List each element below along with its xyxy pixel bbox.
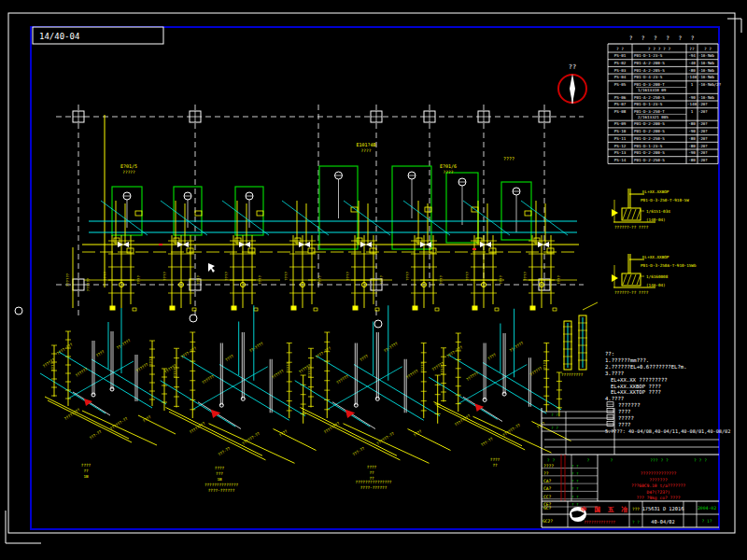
titleblock-sign: ? ? bbox=[571, 471, 579, 476]
rect bbox=[291, 306, 296, 310]
cell-qty: -80 bbox=[688, 144, 696, 148]
detail-elev-label: EL+XX.XXBOP bbox=[642, 189, 669, 194]
line bbox=[448, 355, 546, 413]
line bbox=[637, 209, 641, 219]
note-line: 2.??????EL+0.6???????EL?m. bbox=[605, 364, 687, 370]
line bbox=[632, 209, 636, 219]
table-title: ? ? ? ? ? ? bbox=[629, 35, 698, 41]
note-line: ???? bbox=[618, 422, 630, 427]
cell-no: PS-01 bbox=[614, 53, 627, 58]
line bbox=[161, 381, 236, 427]
cell-no: PS-11 bbox=[614, 136, 627, 141]
cell-class: -10-5Wb bbox=[698, 95, 714, 100]
valve-icon bbox=[245, 242, 250, 247]
line bbox=[182, 356, 289, 420]
iso-pipe-label: ???-?? bbox=[352, 445, 366, 456]
rect bbox=[472, 306, 477, 310]
iso-pipe-label: ???-?? bbox=[218, 445, 232, 456]
doc-no: 175631 D 12016 bbox=[642, 506, 684, 511]
table-row: PS-02P01-A-2-200-S-40-10-5Wb bbox=[614, 61, 715, 65]
iso-pipe-label: ??-???? bbox=[383, 341, 399, 354]
line bbox=[403, 201, 450, 235]
column-grid bbox=[15, 105, 584, 328]
pipe-tag: ???? bbox=[465, 272, 470, 281]
iso-pipe-label: ??????-?? bbox=[375, 430, 395, 445]
detail-caption: ??????-?? ???? bbox=[614, 290, 649, 295]
iso-pipe-label: ??-???? bbox=[509, 340, 525, 353]
note-line: 5.????: 40-04/08,40-04/11,40-08/01,40-08… bbox=[605, 428, 730, 434]
iso-pipe-label: ?????? bbox=[529, 365, 543, 376]
cell-qty: -94 bbox=[688, 53, 696, 58]
sheet-no: 40-04/02 bbox=[651, 519, 675, 525]
valve-icon bbox=[366, 242, 372, 247]
cell-spec: P01-D-3-250-T bbox=[634, 109, 665, 114]
line bbox=[344, 201, 390, 235]
cell-spec: P01-D-2-200-S bbox=[634, 129, 665, 133]
pipe-tag: ???? bbox=[162, 272, 167, 281]
plan-piping-cluster: ???????? bbox=[282, 201, 329, 311]
valve-icon bbox=[538, 242, 543, 247]
cell-qty: -80 bbox=[688, 136, 696, 141]
line bbox=[209, 424, 295, 464]
project-title-line: ??? ?9kg co? ???? bbox=[636, 496, 680, 500]
line bbox=[161, 201, 207, 235]
titleblock-row-label: CC? bbox=[543, 495, 552, 499]
titleblock-row-label: GC2? bbox=[543, 519, 553, 524]
line bbox=[583, 302, 598, 310]
cell-class: -10-5Wb bbox=[698, 68, 714, 73]
line bbox=[623, 209, 627, 219]
table-row: PS-12P01-D-1-23-S-80-20? bbox=[614, 144, 709, 148]
line bbox=[429, 377, 498, 419]
table-row: PS-08P01-D-3-250-T2/1613321 0051-20? bbox=[614, 109, 709, 119]
cell-qty: -90 bbox=[688, 129, 696, 133]
cell-spec: P01-A-2-205-S bbox=[634, 68, 665, 73]
project-title-line: D4?(?23?) bbox=[647, 490, 670, 495]
line bbox=[219, 365, 305, 416]
iso-pipe-label: ?????? bbox=[335, 373, 349, 385]
equipment-label: ???? bbox=[444, 170, 454, 175]
rect bbox=[476, 238, 482, 243]
cell-qty: 1 bbox=[691, 109, 694, 114]
table-row: PS-13P01-D-2-200-S-90-20? bbox=[614, 150, 709, 155]
pipe-tag: ???? bbox=[439, 275, 444, 285]
valve-icon bbox=[360, 242, 366, 247]
note-line: 1.??????mm???. bbox=[605, 357, 649, 363]
rect bbox=[472, 248, 476, 250]
rect bbox=[257, 211, 263, 216]
table-row: PS-10P01-D-2-200-S-90-20? bbox=[614, 129, 709, 133]
riser-caption: ????????? bbox=[561, 372, 584, 377]
cell-class: -20? bbox=[698, 136, 708, 141]
valve-icon bbox=[123, 242, 129, 247]
line bbox=[483, 363, 561, 410]
line bbox=[282, 201, 329, 235]
rect bbox=[351, 207, 358, 212]
line bbox=[192, 367, 268, 410]
circle bbox=[15, 307, 22, 315]
drawing-ref-label: 14/40-04 bbox=[39, 32, 79, 41]
titleblock-mark: ? ? ? bbox=[694, 458, 707, 463]
iso-pipe-label: ??????-?? bbox=[501, 422, 521, 437]
pipe-tag: ???? bbox=[136, 275, 141, 285]
rect bbox=[133, 308, 136, 311]
iso-piping-cluster: ??????????-???????????????-?????????????… bbox=[161, 305, 317, 463]
cell-spec: P01-D-2-200-S bbox=[634, 150, 665, 155]
rect bbox=[170, 306, 175, 310]
titleblock-mark: ? bbox=[587, 458, 590, 463]
titleblock-sign: ? ? bbox=[571, 495, 579, 499]
valve-icon bbox=[239, 242, 245, 247]
table-header: ?? bbox=[689, 47, 695, 51]
pipe-tag: ???? bbox=[224, 272, 229, 281]
cell-qty: -90 bbox=[688, 95, 696, 100]
cell-qty: -80 bbox=[688, 158, 696, 162]
equipment-label: E?01/5 bbox=[120, 163, 137, 169]
pipe-tag: ???? bbox=[523, 272, 528, 281]
iso-caption: ?? bbox=[369, 470, 374, 475]
cell-spec: P01-D-1-23-S bbox=[634, 144, 663, 148]
table-row: PS-03P01-A-2-205-S-80-10-5Wb bbox=[614, 68, 715, 73]
rect bbox=[174, 238, 179, 243]
cell-class: -20? bbox=[698, 121, 708, 126]
iso-caption: ???? bbox=[215, 466, 225, 470]
cell-no: PS-06 bbox=[614, 95, 627, 100]
cell-qty: -80 bbox=[688, 121, 696, 126]
rect bbox=[314, 308, 317, 311]
